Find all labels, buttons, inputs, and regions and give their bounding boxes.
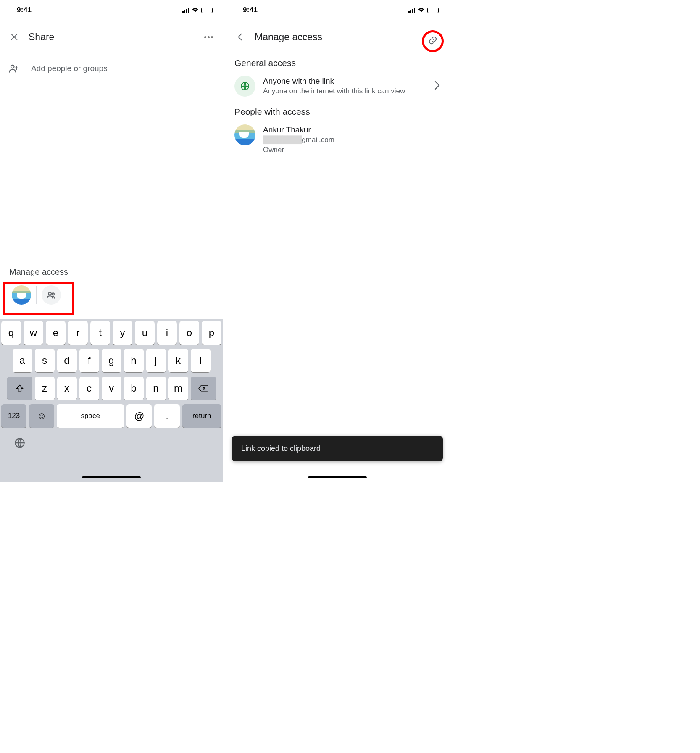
key-k[interactable]: k [168,349,188,372]
battery-icon [201,8,213,13]
add-people-input[interactable] [30,64,214,73]
key-w[interactable]: w [24,321,43,345]
cellular-icon [408,8,416,13]
status-bar: 9:41 [226,0,449,20]
person-role: Owner [263,146,440,154]
key-g[interactable]: g [102,349,121,372]
share-title: Share [29,32,194,43]
key-s[interactable]: s [35,349,55,372]
dot-key[interactable]: . [154,404,179,428]
person-email: ████████gmail.com [263,135,440,145]
person-add-icon [8,63,19,74]
key-y[interactable]: y [113,321,132,345]
backspace-key[interactable] [191,376,216,400]
status-indicators [408,8,439,13]
key-l[interactable]: l [191,349,211,372]
toast-text: Link copied to clipboard [241,444,321,453]
key-v[interactable]: v [102,376,121,400]
key-t[interactable]: t [90,321,110,345]
keyboard-row-1: q w e r t y u i o p [1,321,221,345]
key-m[interactable]: m [168,376,188,400]
manage-header: Manage access [226,20,449,54]
wifi-icon [192,8,199,13]
share-header: Share [0,20,223,54]
shift-key[interactable] [7,376,32,400]
return-key[interactable]: return [182,404,221,428]
general-access-title: Anyone with the link [263,76,427,86]
space-key[interactable]: space [57,404,124,428]
status-bar: 9:41 [0,0,223,20]
annotation-highlight-box [3,282,74,315]
wifi-icon [418,8,425,13]
screenshot-divider [223,0,226,482]
manage-access-screen: 9:41 Manage access General access [226,0,449,482]
general-access-heading: General access [226,54,449,74]
copy-link-button[interactable] [428,35,438,47]
ios-keyboard: q w e r t y u i o p a s d f g h j k l [0,319,223,482]
status-time: 9:41 [17,6,32,14]
people-access-heading: People with access [226,103,449,123]
status-time: 9:41 [243,6,258,14]
globe-icon [14,437,26,449]
manage-title: Manage access [255,32,440,43]
person-avatar [234,124,255,145]
keyboard-row-3: z x c v b n m [1,376,221,400]
keyboard-bottom-row [1,432,221,457]
emoji-key[interactable]: ☺ [29,404,54,428]
home-indicator[interactable] [308,476,367,478]
key-p[interactable]: p [202,321,221,345]
close-icon [10,32,19,42]
key-c[interactable]: c [79,376,99,400]
key-j[interactable]: j [146,349,166,372]
battery-icon [427,8,439,13]
text-cursor [71,63,71,74]
more-icon [204,36,213,38]
person-name: Ankur Thakur [263,125,440,134]
person-row[interactable]: Ankur Thakur ████████gmail.com Owner [226,123,449,160]
close-button[interactable] [8,31,20,43]
keyboard-row-4: 123 ☺ space @ . return [1,404,221,428]
svg-point-0 [11,65,14,68]
numbers-key[interactable]: 123 [1,404,26,428]
globe-key[interactable] [14,437,26,452]
share-screen: 9:41 Share Manage access [0,0,223,482]
back-button[interactable] [234,31,246,43]
globe-badge [234,76,255,97]
more-button[interactable] [203,31,214,43]
key-x[interactable]: x [57,376,77,400]
key-b[interactable]: b [124,376,144,400]
add-people-row [0,54,223,83]
key-r[interactable]: r [68,321,88,345]
at-key[interactable]: @ [126,404,152,428]
manage-access-label: Manage access [9,267,213,277]
general-access-row[interactable]: Anyone with the link Anyone on the inter… [226,74,449,103]
key-z[interactable]: z [35,376,55,400]
shift-icon [16,384,24,392]
chevron-right-icon [434,80,440,93]
key-q[interactable]: q [1,321,21,345]
keyboard-row-2: a s d f g h j k l [1,349,221,372]
key-n[interactable]: n [146,376,166,400]
home-indicator[interactable] [82,476,141,478]
key-e[interactable]: e [46,321,66,345]
key-i[interactable]: i [157,321,177,345]
annotation-highlight-circle [422,30,444,52]
key-u[interactable]: u [135,321,155,345]
key-a[interactable]: a [13,349,32,372]
cellular-icon [182,8,189,13]
key-d[interactable]: d [57,349,77,372]
emoji-icon: ☺ [37,411,46,421]
link-icon [428,35,438,45]
globe-icon [240,81,250,91]
key-f[interactable]: f [79,349,99,372]
key-o[interactable]: o [179,321,199,345]
toast: Link copied to clipboard [232,436,443,461]
key-h[interactable]: h [124,349,144,372]
status-indicators [182,8,213,13]
chevron-left-icon [236,32,245,42]
backspace-icon [198,384,208,392]
general-access-desc: Anyone on the internet with this link ca… [263,87,427,96]
